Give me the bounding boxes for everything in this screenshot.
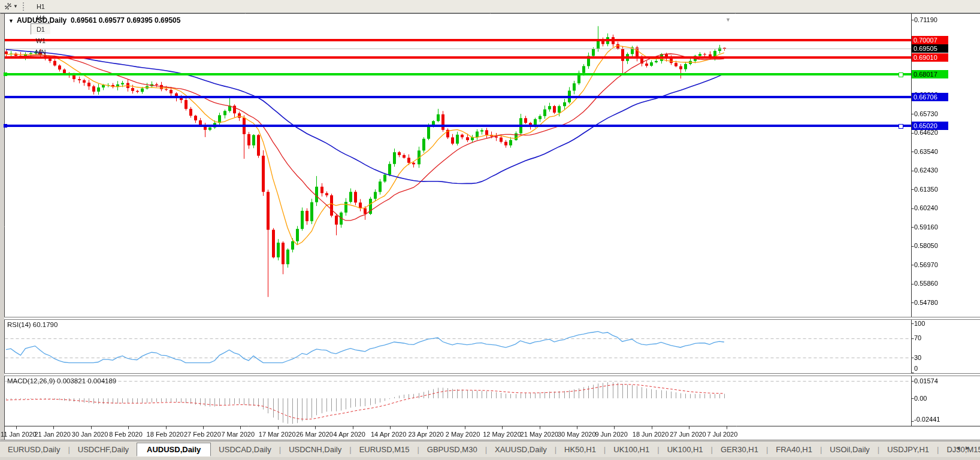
y-axis-label: 0.63540 xyxy=(914,148,938,155)
chart-tab-usdchf-daily[interactable]: USDCHF,Daily xyxy=(70,443,137,456)
rsi-axis-label: 100 xyxy=(914,320,925,327)
date-axis-label: 30 Jan 2020 xyxy=(72,431,108,438)
date-axis-label: 21 May 2020 xyxy=(521,431,559,438)
horizontal-level-line[interactable] xyxy=(5,56,911,59)
panel-divider[interactable] xyxy=(4,317,980,320)
y-axis-label: 0.71190 xyxy=(914,16,937,23)
horizontal-level-line[interactable] xyxy=(5,73,911,75)
horizontal-level-line[interactable] xyxy=(5,96,911,98)
tab-scroll-left-icon[interactable]: ◄ xyxy=(955,444,964,451)
date-axis-label: 18 Feb 2020 xyxy=(147,431,184,438)
chart-title-triangle-icon: ▼ xyxy=(8,18,14,24)
date-axis-label: 23 Apr 2020 xyxy=(408,431,443,438)
line-handle[interactable] xyxy=(4,124,7,128)
rsi-label: RSI(14) 60.1790 xyxy=(7,321,58,328)
chart-tab-usoil-daily[interactable]: USOil,Daily xyxy=(822,443,877,456)
current-price-label: 0.69505 xyxy=(912,44,948,53)
date-axis-label: 17 Mar 2020 xyxy=(259,431,296,438)
chart-tab-gbpusd-m30[interactable]: GBPUSD,M30 xyxy=(419,443,485,456)
chart-tab-uk100-h1[interactable]: UK100,H1 xyxy=(660,443,711,456)
price-level-label: 0.65020 xyxy=(912,122,948,130)
y-axis-label: 0.61350 xyxy=(914,186,938,193)
price-level-label: 0.68017 xyxy=(912,70,948,78)
crosshair-tool-icon[interactable] xyxy=(3,2,13,11)
date-axis-label: 12 May 2020 xyxy=(483,431,521,438)
chart-tab-ger30-h1[interactable]: GER30,H1 xyxy=(713,443,766,456)
date-axis-label: 21 Jan 2020 xyxy=(34,431,71,438)
rsi-axis-label: 70 xyxy=(914,334,921,341)
line-handle[interactable] xyxy=(899,72,903,77)
chart-tab-bar: EURUSD,Daily|USDCHF,DailyAUDUSD,DailyUSD… xyxy=(0,441,980,458)
date-axis-label: 27 Feb 2020 xyxy=(184,431,221,438)
ohlc-values: 0.69561 0.69577 0.69395 0.69505 xyxy=(71,16,181,25)
chart-tab-fra40-h1[interactable]: FRA40,H1 xyxy=(768,443,820,456)
date-axis-label: 7 Jul 2020 xyxy=(707,431,738,438)
y-axis-label: 0.54780 xyxy=(914,299,938,306)
chart-tab-xauusd-daily[interactable]: XAUUSD,Daily xyxy=(487,443,555,456)
price-level-label: 0.70007 xyxy=(912,36,948,44)
y-axis-label: 0.60240 xyxy=(914,204,938,211)
y-axis-label: 0.62430 xyxy=(914,167,938,174)
date-axis-label: 8 Feb 2020 xyxy=(109,431,143,438)
price-level-label: 0.69010 xyxy=(912,53,948,62)
date-axis-label: 27 Jun 2020 xyxy=(670,431,706,438)
horizontal-level-line[interactable] xyxy=(5,39,911,41)
date-axis-label: 14 Apr 2020 xyxy=(371,431,406,438)
line-handle[interactable] xyxy=(899,124,903,129)
y-axis-label: 0.56970 xyxy=(914,261,938,268)
rsi-axis-label: 30 xyxy=(914,354,921,361)
y-axis-label: 0.58050 xyxy=(914,242,938,249)
macd-label: MACD(12,26,9) 0.003821 0.004189 xyxy=(7,377,116,385)
horizontal-level-line[interactable] xyxy=(5,125,911,127)
rsi-axis-label: 0 xyxy=(914,365,918,372)
chart-canvas[interactable] xyxy=(0,0,980,460)
date-axis-label: 7 Mar 2020 xyxy=(221,431,255,438)
tab-scroll-right-icon[interactable]: ► xyxy=(964,444,974,451)
y-axis-label: 0.65730 xyxy=(914,110,938,117)
timeframe-button-w1[interactable]: W1 xyxy=(31,35,51,46)
chart-tab-usdjpy-h1[interactable]: USDJPY,H1 xyxy=(879,443,937,456)
toolbar-grip[interactable] xyxy=(23,2,26,11)
status-strip xyxy=(0,457,980,460)
toolbar: ▼ M1M5M15M30H1H4D1W1MN xyxy=(0,0,980,13)
y-axis-label: 0.55860 xyxy=(914,280,938,287)
date-axis-label: 9 Jun 2020 xyxy=(595,431,627,438)
panel-divider[interactable] xyxy=(4,373,980,376)
date-axis-label: 4 Apr 2020 xyxy=(334,431,365,438)
date-axis-label: 30 May 2020 xyxy=(558,431,596,438)
chart-shift-marker-icon[interactable]: ▼ xyxy=(725,17,731,23)
y-axis-label: 0.59160 xyxy=(914,223,938,231)
price-level-label: 0.66706 xyxy=(912,93,948,101)
chart-tab-eurusd-m15[interactable]: EURUSD,M15 xyxy=(352,443,418,456)
chart-tab-hk50-h1[interactable]: HK50,H1 xyxy=(556,443,604,456)
timeframe-button-h4[interactable]: H4 xyxy=(31,12,51,23)
macd-axis-label: 0.01574 xyxy=(914,377,938,385)
tab-scroll-arrows: ◄► xyxy=(955,444,974,451)
macd-axis-label: 0.00 xyxy=(914,395,927,402)
dropdown-caret-icon[interactable]: ▼ xyxy=(13,4,18,9)
timeframe-button-d1[interactable]: D1 xyxy=(31,23,51,35)
chart-tab-eurusd-daily[interactable]: EURUSD,Daily xyxy=(0,443,68,456)
timeframe-toolbar: M1M5M15M30H1H4D1W1MN xyxy=(30,0,52,58)
chart-tab-usdcad-daily[interactable]: USDCAD,Daily xyxy=(211,443,279,456)
timeframe-button-h1[interactable]: H1 xyxy=(31,1,51,12)
chart-tab-audusd-daily[interactable]: AUDUSD,Daily xyxy=(137,443,211,456)
macd-axis-label: -0.02441 xyxy=(914,416,940,423)
date-axis-label: 2 May 2020 xyxy=(446,431,480,438)
date-axis-label: 11 Jan 2020 xyxy=(1,431,37,438)
current-price-line xyxy=(5,49,911,49)
date-axis-label: 18 Jun 2020 xyxy=(633,431,669,438)
timeframe-button-mn[interactable]: MN xyxy=(31,46,51,58)
date-axis-label: 26 Mar 2020 xyxy=(296,431,333,438)
mt4-window: ▼ M1M5M15M30H1H4D1W1MN ▼AUDUSD,Daily 0.6… xyxy=(0,0,980,460)
chart-tab-usdcnh-daily[interactable]: USDCNH,Daily xyxy=(281,443,349,456)
line-handle[interactable] xyxy=(4,72,7,76)
chart-tab-uk100-h1[interactable]: UK100,H1 xyxy=(606,443,657,456)
